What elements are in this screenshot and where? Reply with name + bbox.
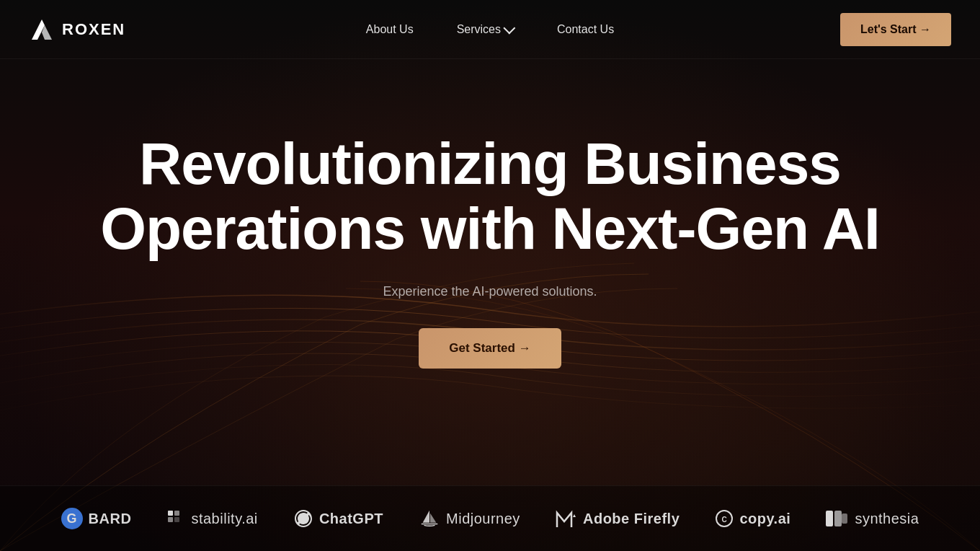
partner-adobe-firefly: Adobe Firefly bbox=[556, 508, 680, 529]
nav-about-us[interactable]: About Us bbox=[366, 23, 414, 36]
logo-icon bbox=[29, 17, 55, 43]
synthesia-icon bbox=[826, 511, 849, 526]
stability-icon bbox=[166, 509, 185, 528]
bard-label: BARD bbox=[89, 511, 132, 527]
partner-chatgpt: ChatGPT bbox=[293, 508, 383, 529]
nav-contact-us[interactable]: Contact Us bbox=[557, 23, 614, 36]
partner-midjourney: Midjourney bbox=[419, 508, 520, 529]
hero-section: Revolutionizing Business Operations with… bbox=[0, 59, 980, 369]
svg-marker-0 bbox=[32, 19, 45, 40]
svg-rect-4 bbox=[168, 517, 173, 522]
midjourney-label: Midjourney bbox=[446, 511, 520, 527]
svg-rect-10 bbox=[834, 511, 842, 526]
nav-links: About Us Services Contact Us bbox=[366, 23, 614, 36]
svg-rect-9 bbox=[826, 511, 833, 526]
nav-services[interactable]: Services bbox=[457, 23, 514, 36]
navbar: ROXEN About Us Services Contact Us Let's… bbox=[0, 0, 980, 59]
svg-rect-3 bbox=[174, 511, 179, 516]
adobe-firefly-icon bbox=[556, 508, 577, 529]
partner-bard: G BARD bbox=[61, 508, 132, 529]
svg-rect-2 bbox=[168, 511, 173, 516]
services-dropdown-icon bbox=[504, 22, 516, 35]
midjourney-icon bbox=[419, 508, 440, 529]
partner-synthesia: synthesia bbox=[826, 511, 919, 527]
logo-text: ROXEN bbox=[62, 20, 125, 39]
copy-ai-icon: C bbox=[715, 509, 734, 528]
stability-label: stability.ai bbox=[191, 511, 257, 527]
adobe-firefly-label: Adobe Firefly bbox=[583, 511, 680, 527]
hero-cta-button[interactable]: Get Started → bbox=[419, 328, 561, 369]
hero-subtitle: Experience the AI-powered solutions. bbox=[383, 284, 597, 299]
partner-copy-ai: C copy.ai bbox=[715, 509, 790, 528]
svg-rect-11 bbox=[842, 513, 847, 524]
nav-cta-button[interactable]: Let's Start → bbox=[840, 13, 951, 46]
hero-title: Revolutionizing Business Operations with… bbox=[100, 131, 880, 261]
bard-g-icon: G bbox=[61, 508, 83, 529]
partner-stability: stability.ai bbox=[166, 509, 257, 528]
svg-rect-5 bbox=[174, 517, 179, 522]
chatgpt-icon bbox=[293, 508, 313, 529]
synthesia-label: synthesia bbox=[855, 511, 919, 527]
logo[interactable]: ROXEN bbox=[29, 17, 125, 43]
partners-strip: G BARD stability.ai ChatGPT Midjourney bbox=[0, 485, 980, 551]
svg-text:C: C bbox=[722, 516, 727, 524]
chatgpt-label: ChatGPT bbox=[319, 511, 383, 527]
copy-ai-label: copy.ai bbox=[739, 511, 790, 527]
